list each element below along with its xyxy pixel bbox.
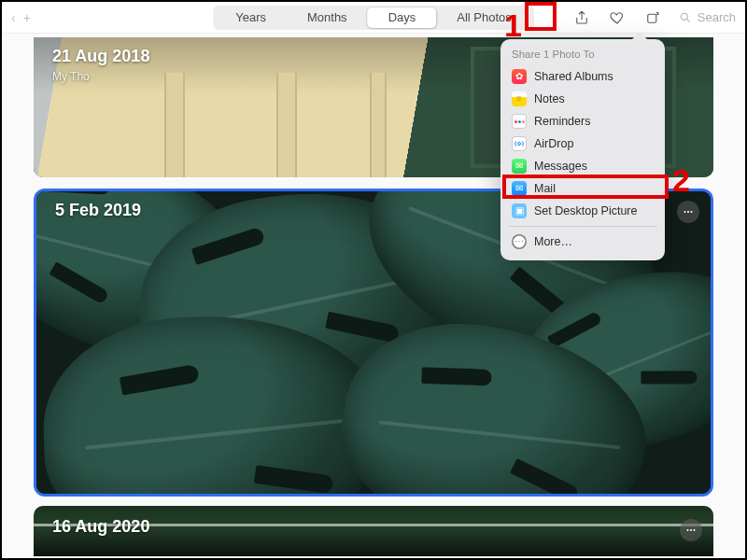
share-item-set-desktop-picture[interactable]: ▣ Set Desktop Picture [500,200,665,222]
card-more-button[interactable] [677,201,699,223]
share-item-reminders[interactable]: Reminders [500,110,665,133]
svg-point-4 [690,211,692,213]
shared-albums-icon: ✿ [512,69,527,84]
ellipsis-icon [682,205,695,218]
messages-icon: ✉ [512,159,527,174]
add-button[interactable]: + [23,10,31,25]
card-date: 5 Feb 2019 [55,201,141,220]
tab-months[interactable]: Months [287,7,368,28]
more-icon: ⋯ [512,234,527,249]
card-date: 21 Aug 2018 [52,47,149,66]
share-item-messages[interactable]: ✉ Messages [500,155,665,177]
favorite-heart-icon[interactable] [608,8,627,27]
svg-rect-0 [648,14,656,22]
desktop-icon: ▣ [512,203,527,218]
share-icon[interactable] [572,8,591,27]
svg-point-6 [690,529,692,531]
svg-point-1 [681,13,687,20]
toolbar: ‹ + Years Months Days All Photos Search [2,2,745,34]
rotate-icon[interactable] [643,8,662,27]
svg-point-5 [686,529,688,531]
share-item-more[interactable]: ⋯ More… [500,231,665,253]
svg-point-3 [687,211,689,213]
search-icon [679,11,692,24]
photos-app-window: ‹ + Years Months Days All Photos Search [0,0,747,560]
tab-days[interactable]: Days [368,7,437,28]
airdrop-icon [512,136,527,151]
share-item-shared-albums[interactable]: ✿ Shared Albums [500,65,665,88]
card-place: My Tho [52,70,90,83]
share-item-notes[interactable]: ≡ Notes [500,88,665,110]
search-placeholder: Search [698,10,736,24]
photo-group-2020-08-16[interactable]: 16 Aug 2020 [34,506,713,556]
tab-all-photos[interactable]: All Photos [436,7,532,28]
notes-icon: ≡ [512,91,527,106]
view-segmented-control: Years Months Days All Photos [213,6,534,30]
ellipsis-icon [684,524,698,537]
share-popover: Share 1 Photo To ✿ Shared Albums ≡ Notes… [500,39,665,260]
search-field[interactable]: Search [679,10,736,24]
separator [508,226,657,227]
card-date: 16 Aug 2020 [52,517,149,537]
share-item-airdrop[interactable]: AirDrop [500,133,665,155]
back-chevron[interactable]: ‹ [11,10,16,25]
reminders-icon [512,114,527,129]
svg-point-7 [693,529,695,531]
tab-years[interactable]: Years [215,7,287,28]
share-item-mail[interactable]: ✉ Mail [500,177,665,200]
share-popover-header: Share 1 Photo To [500,45,665,65]
svg-point-2 [684,211,685,213]
svg-point-8 [518,143,521,146]
card-more-button[interactable] [680,519,702,541]
mail-icon: ✉ [512,181,527,196]
